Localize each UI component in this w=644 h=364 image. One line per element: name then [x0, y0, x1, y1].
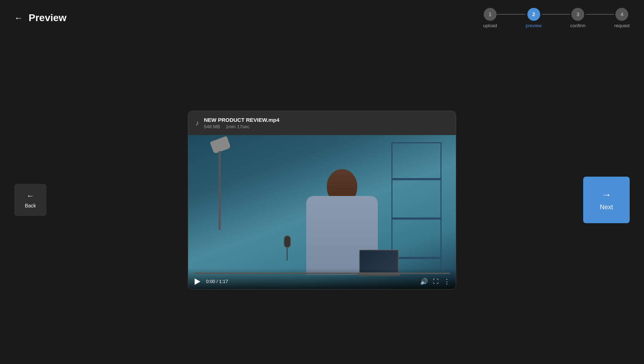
video-duration: 1min 17sec: [226, 124, 249, 129]
header: ← Preview 1 upload 2 preview 3 confirm: [0, 0, 644, 36]
next-button[interactable]: → Next: [583, 177, 630, 223]
video-details: 548 MB 1min 17sec: [204, 124, 279, 129]
step-connector-1: [497, 14, 526, 15]
more-options-icon[interactable]: ⋮: [444, 278, 450, 286]
progress-bar-container[interactable]: [194, 273, 450, 274]
step-1-label: upload: [483, 23, 497, 28]
step-1: 1 upload: [483, 8, 497, 28]
video-meta: NEW PRODUCT REVIEW.mp4 548 MB 1min 17sec: [204, 117, 279, 129]
back-button[interactable]: ← Back: [14, 184, 47, 216]
mic-head: [284, 235, 291, 248]
video-filename: NEW PRODUCT REVIEW.mp4: [204, 117, 279, 123]
header-back-arrow[interactable]: ←: [14, 13, 23, 23]
step-3-circle: 3: [571, 8, 584, 21]
next-arrow-icon: →: [601, 189, 611, 201]
shelf-plank-2: [391, 217, 441, 220]
back-button-label: Back: [25, 203, 36, 209]
controls-right: 🔊 ⛶ ⋮: [420, 278, 450, 286]
play-icon: [195, 278, 200, 285]
controls-left: 0:00 / 1:17: [194, 278, 228, 285]
step-connector-2: [542, 14, 570, 15]
step-connector-3: [586, 14, 614, 15]
shelf-frame: [391, 142, 441, 271]
stepper: 1 upload 2 preview 3 confirm 4 reques: [483, 8, 630, 28]
studio-lamp: [210, 135, 231, 235]
main-content: ← Back ♪ NEW PRODUCT REVIEW.mp4 548 MB 1…: [0, 36, 644, 364]
step-4: 4 request: [614, 8, 630, 28]
lamp-pole: [219, 151, 221, 230]
shelf-plank-3: [391, 257, 441, 259]
step-1-circle: 1: [484, 8, 497, 21]
back-arrow-icon: ←: [26, 191, 34, 201]
video-card: ♪ NEW PRODUCT REVIEW.mp4 548 MB 1min 17s…: [188, 111, 456, 289]
microphone: [282, 235, 293, 260]
volume-icon[interactable]: 🔊: [420, 278, 428, 286]
page-title: Preview: [29, 12, 67, 24]
time-display: 0:00 / 1:17: [206, 279, 228, 284]
step-3: 3 confirm: [570, 8, 586, 28]
shelf-plank-1: [391, 178, 441, 180]
video-thumbnail: [188, 135, 456, 289]
mic-stand: [287, 248, 288, 260]
step-2-circle: 2: [527, 8, 540, 21]
video-player[interactable]: 0:00 / 1:17 🔊 ⛶ ⋮: [188, 135, 456, 289]
video-controls: 0:00 / 1:17 🔊 ⛶ ⋮: [188, 268, 456, 289]
step-2-label: preview: [526, 23, 542, 28]
file-size: 548 MB: [204, 124, 220, 129]
step-4-label: request: [614, 23, 630, 28]
controls-row: 0:00 / 1:17 🔊 ⛶ ⋮: [194, 278, 450, 286]
next-button-label: Next: [600, 203, 613, 211]
step-2: 2 preview: [526, 8, 542, 28]
step-3-label: confirm: [570, 23, 586, 28]
play-button[interactable]: [194, 278, 201, 285]
video-info-bar: ♪ NEW PRODUCT REVIEW.mp4 548 MB 1min 17s…: [188, 111, 456, 135]
fullscreen-icon[interactable]: ⛶: [433, 278, 439, 285]
music-icon: ♪: [195, 119, 199, 127]
page-title-area: ← Preview: [14, 12, 67, 24]
step-4-circle: 4: [615, 8, 628, 21]
